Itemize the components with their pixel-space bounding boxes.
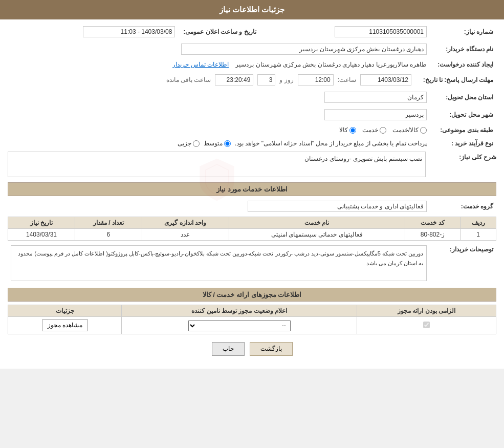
need-number-label: شماره نیاز: — [430, 25, 496, 39]
need-number-value: 1103105035000001 — [259, 25, 430, 39]
category-option-kala-khedmat[interactable]: کالا/خدمت — [392, 126, 427, 134]
cell-service-name: فعالیتهای خدماتی سیستمهای امنیتی — [229, 229, 405, 241]
requester-text: طاهره سالاریورعریا دهیار دهیاری درغستان … — [235, 61, 427, 68]
buyer-org-table: نام دستگاه خریدار: دهیاری درغستان بخش مر… — [8, 42, 496, 56]
permit-required-checkbox — [423, 322, 430, 328]
category-label-khedmat: خدمت — [362, 126, 378, 134]
need-description-wrapper: شرح کلی نیاز: نصب سیستم پایش تصویری -روس… — [8, 152, 496, 177]
need-number-field: 1103105035000001 — [335, 26, 427, 37]
buyer-desc-label: توصیحات خریدار: — [430, 244, 496, 283]
city-table: شهر محل تحویل: بردسیر — [8, 108, 496, 122]
date-field: 1403/03/08 - 11:03 — [83, 26, 175, 37]
requester-label: ایجاد کننده درخواست: — [430, 59, 496, 70]
deadline-date-field: 1403/03/12 — [360, 74, 411, 86]
deadline-remaining-label: ساعت باقی مانده — [166, 76, 211, 83]
city-field: بردسیر — [324, 109, 427, 120]
service-row: 1 ز-802-80 فعالیتهای خدماتی سیستمهای امن… — [8, 229, 496, 241]
deadline-day-label: روز و — [279, 76, 293, 83]
cell-need-date: 1403/03/31 — [8, 229, 75, 241]
category-option-kala[interactable]: کالا — [339, 126, 356, 134]
buyer-org-field: دهیاری درغستان بخش مرکزی شهرستان بردسیر — [181, 44, 427, 55]
cell-row-num: 1 — [461, 229, 496, 241]
deadline-row: 1403/03/12 ساعت: 12:00 روز و 3 23:20:49 … — [11, 74, 411, 86]
col-row-num: ردیف — [461, 217, 496, 229]
category-radio-kala-khedmat[interactable] — [420, 127, 427, 134]
deadline-remaining-field: 23:20:49 — [215, 74, 253, 86]
purchase-type-label: نوع فرآیند خرید : — [430, 138, 496, 148]
services-section-title: اطلاعات خدمات مورد نیاز — [8, 182, 496, 196]
service-group-field: فعالیتهای اداری و خدمات پشتیبانی — [248, 201, 427, 212]
permit-status-select[interactable]: -- — [188, 320, 291, 331]
purchase-type-option-jozi[interactable]: جزیی — [178, 140, 200, 147]
need-description-text: نصب سیستم پایش تصویری -روستای درغستان — [304, 155, 422, 162]
category-radio-group: کالا/خدمت خدمت کالا — [11, 126, 427, 134]
purchase-type-option-motavaset[interactable]: متوسط — [204, 140, 231, 147]
category-label: طبقه بندی موضوعی: — [430, 125, 496, 135]
category-radio-khedmat[interactable] — [380, 127, 386, 134]
purchase-type-radio-motavaset[interactable] — [224, 140, 231, 147]
page-title: جزئیات اطلاعات نیاز — [220, 5, 284, 14]
permit-required-cell — [357, 317, 496, 334]
need-description-label: شرح کلی نیاز: — [430, 152, 496, 161]
cell-quantity: 6 — [75, 229, 142, 241]
print-button[interactable]: چاپ — [212, 342, 245, 356]
permit-details-cell: مشاهده مجوز — [8, 317, 122, 334]
top-info-table: شماره نیاز: 1103105035000001 تاریخ و ساع… — [8, 25, 496, 39]
shield-watermark-icon — [196, 157, 237, 203]
purchase-type-note: پرداخت تمام یا بخشی از مبلغ خریدار از مح… — [235, 140, 427, 147]
category-table: طبقه بندی موضوعی: کالا/خدمت خدمت — [8, 125, 496, 135]
date-value: 1403/03/08 - 11:03 — [8, 25, 178, 39]
deadline-label: مهلت ارسال پاسخ: تا تاریخ: — [414, 73, 496, 87]
deadline-table: مهلت ارسال پاسخ: تا تاریخ: 1403/03/12 سا… — [8, 73, 496, 87]
category-label-kala: کالا — [339, 126, 348, 134]
col-service-name: نام خدمت — [229, 217, 405, 229]
col-quantity: تعداد / مقدار — [75, 217, 142, 229]
content-area: شماره نیاز: 1103105035000001 تاریخ و ساع… — [0, 19, 504, 369]
col-service-code: کد خدمت — [405, 217, 460, 229]
buyer-desc-text: دوربین تحت شبکه 5مگاپیکسل-سنسور سونی-دید… — [18, 250, 423, 266]
purchase-type-row: پرداخت تمام یا بخشی از مبلغ خریدار از مح… — [11, 140, 427, 147]
deadline-time-label: ساعت: — [338, 76, 356, 83]
cell-unit: عدد — [142, 229, 229, 241]
page-wrapper: جزئیات اطلاعات نیاز شماره نیاز: 11031050… — [0, 0, 504, 369]
date-label: تاریخ و ساعت اعلان عمومی: — [178, 25, 259, 39]
footer-buttons: بازگشت چاپ — [8, 342, 496, 356]
buyer-org-label: نام دستگاه خریدار: — [430, 42, 496, 56]
requester-value: طاهره سالاریورعریا دهیار دهیاری درغستان … — [8, 59, 430, 70]
permit-row: -- مشاهده مجوز — [8, 317, 496, 334]
buyer-org-value: دهیاری درغستان بخش مرکزی شهرستان بردسیر — [8, 42, 430, 56]
permits-section-title: اطلاعات مجوزهای ارائه خدمت / کالا — [8, 288, 496, 302]
view-permit-button[interactable]: مشاهده مجوز — [42, 319, 88, 331]
col-need-date: تاریخ نیاز — [8, 217, 75, 229]
province-label: استان محل تحویل: — [430, 90, 496, 104]
requester-table: ایجاد کننده درخواست: طاهره سالاریورعریا … — [8, 59, 496, 70]
purchase-type-label-jozi: جزیی — [178, 140, 191, 147]
category-label-kala-khedmat: کالا/خدمت — [392, 126, 419, 134]
page-header: جزئیات اطلاعات نیاز — [0, 0, 504, 19]
requester-link[interactable]: اطلاعات تماس خریدار — [172, 61, 229, 68]
permits-table: الزامی بودن ارائه مجوز اعلام وضعیت مجوز … — [8, 305, 496, 334]
service-group-label: گروه خدمت: — [430, 199, 496, 214]
category-radio-kala[interactable] — [349, 127, 356, 134]
deadline-time-field: 12:00 — [298, 74, 334, 86]
col-permit-status: اعلام وضعیت مجوز توسط نامین کننده — [122, 305, 357, 317]
col-unit: واحد اندازه گیری — [142, 217, 229, 229]
deadline-day-value: 3 — [257, 74, 275, 86]
purchase-type-table: نوع فرآیند خرید : پرداخت تمام یا بخشی از… — [8, 138, 496, 148]
city-label: شهر محل تحویل: — [430, 108, 496, 122]
province-field: کرمان — [324, 92, 427, 103]
back-button[interactable]: بازگشت — [250, 342, 293, 356]
category-option-khedmat[interactable]: خدمت — [362, 126, 386, 134]
service-group-table: گروه خدمت: فعالیتهای اداری و خدمات پشتیب… — [8, 199, 496, 214]
col-permit-required: الزامی بودن ارائه مجوز — [357, 305, 496, 317]
col-permit-details: جزئیات — [8, 305, 122, 317]
permit-status-cell: -- — [122, 317, 357, 334]
buyer-desc-box: دوربین تحت شبکه 5مگاپیکسل-سنسور سونی-دید… — [11, 245, 427, 281]
purchase-type-label-motavaset: متوسط — [204, 140, 223, 147]
cell-service-code: ز-802-80 — [405, 229, 460, 241]
purchase-type-radio-jozi[interactable] — [193, 140, 200, 147]
buyer-desc-table: توصیحات خریدار: دوربین تحت شبکه 5مگاپیکس… — [8, 244, 496, 283]
need-description-area: نصب سیستم پایش تصویری -روستای درغستان — [8, 152, 426, 177]
province-table: استان محل تحویل: کرمان — [8, 90, 496, 104]
services-data-table: ردیف کد خدمت نام خدمت واحد اندازه گیری ت… — [8, 217, 496, 241]
